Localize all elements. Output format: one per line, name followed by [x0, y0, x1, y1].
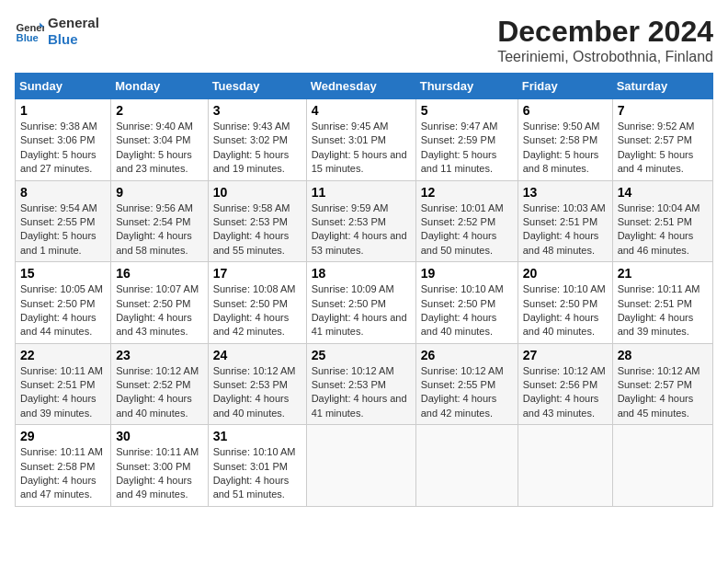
- day-number: 6: [523, 103, 608, 118]
- day-number: 20: [523, 266, 608, 281]
- day-info: Sunrise: 10:12 AMSunset: 2:52 PMDaylight…: [116, 365, 199, 419]
- calendar-week-row: 1 Sunrise: 9:38 AMSunset: 3:06 PMDayligh…: [16, 99, 713, 181]
- day-number: 29: [20, 429, 106, 443]
- day-number: 8: [20, 185, 106, 200]
- day-info: Sunrise: 9:54 AMSunset: 2:55 PMDaylight:…: [20, 202, 97, 256]
- logo: General Blue General Blue: [15, 15, 99, 48]
- title-block: December 2024 Teeriniemi, Ostrobothnia, …: [497, 15, 713, 65]
- calendar-cell: 16 Sunrise: 10:07 AMSunset: 2:50 PMDayli…: [111, 262, 208, 344]
- day-number: 15: [20, 266, 106, 281]
- svg-text:Blue: Blue: [17, 32, 39, 43]
- weekday-header: Wednesday: [306, 74, 415, 99]
- calendar-cell: [518, 425, 612, 507]
- day-number: 12: [421, 185, 513, 200]
- calendar-cell: 27 Sunrise: 10:12 AMSunset: 2:56 PMDayli…: [518, 343, 612, 425]
- day-info: Sunrise: 9:59 AMSunset: 2:53 PMDaylight:…: [312, 202, 407, 256]
- day-info: Sunrise: 10:05 AMSunset: 2:50 PMDaylight…: [20, 283, 103, 337]
- calendar-cell: 23 Sunrise: 10:12 AMSunset: 2:52 PMDayli…: [111, 343, 208, 425]
- day-info: Sunrise: 10:12 AMSunset: 2:57 PMDaylight…: [618, 365, 700, 419]
- day-info: Sunrise: 9:52 AMSunset: 2:57 PMDaylight:…: [618, 121, 695, 174]
- calendar-week-row: 29 Sunrise: 10:11 AMSunset: 2:58 PMDayli…: [16, 425, 713, 507]
- logo-icon: General Blue: [15, 17, 44, 46]
- day-info: Sunrise: 10:12 AMSunset: 2:53 PMDaylight…: [213, 365, 296, 419]
- logo-blue: Blue: [48, 31, 99, 48]
- day-info: Sunrise: 10:12 AMSunset: 2:56 PMDaylight…: [523, 365, 606, 419]
- day-info: Sunrise: 10:09 AMSunset: 2:50 PMDaylight…: [312, 283, 407, 337]
- calendar-cell: 22 Sunrise: 10:11 AMSunset: 2:51 PMDayli…: [16, 343, 111, 425]
- weekday-header: Sunday: [16, 74, 111, 99]
- day-number: 7: [618, 103, 708, 118]
- day-info: Sunrise: 9:50 AMSunset: 2:58 PMDaylight:…: [523, 121, 600, 174]
- calendar-cell: 11 Sunrise: 9:59 AMSunset: 2:53 PMDaylig…: [306, 180, 415, 262]
- weekday-header: Thursday: [415, 74, 518, 99]
- day-number: 1: [20, 103, 106, 118]
- calendar-cell: 5 Sunrise: 9:47 AMSunset: 2:59 PMDayligh…: [415, 99, 518, 181]
- day-info: Sunrise: 9:38 AMSunset: 3:06 PMDaylight:…: [20, 121, 97, 174]
- calendar-week-row: 22 Sunrise: 10:11 AMSunset: 2:51 PMDayli…: [16, 343, 713, 425]
- day-info: Sunrise: 9:58 AMSunset: 2:53 PMDaylight:…: [213, 202, 290, 256]
- day-number: 22: [20, 348, 106, 362]
- calendar-cell: 7 Sunrise: 9:52 AMSunset: 2:57 PMDayligh…: [612, 99, 712, 181]
- calendar-cell: 20 Sunrise: 10:10 AMSunset: 2:50 PMDayli…: [518, 262, 612, 344]
- day-info: Sunrise: 10:11 AMSunset: 3:00 PMDaylight…: [116, 446, 199, 500]
- calendar-cell: 30 Sunrise: 10:11 AMSunset: 3:00 PMDayli…: [111, 425, 208, 507]
- day-number: 10: [213, 185, 301, 200]
- weekday-header: Tuesday: [208, 74, 306, 99]
- day-number: 17: [213, 266, 301, 281]
- day-info: Sunrise: 10:10 AMSunset: 2:50 PMDaylight…: [523, 283, 606, 337]
- weekday-header: Friday: [518, 74, 612, 99]
- calendar-cell: 8 Sunrise: 9:54 AMSunset: 2:55 PMDayligh…: [16, 180, 111, 262]
- day-info: Sunrise: 9:40 AMSunset: 3:04 PMDaylight:…: [116, 121, 193, 174]
- calendar-cell: 10 Sunrise: 9:58 AMSunset: 2:53 PMDaylig…: [208, 180, 306, 262]
- day-number: 28: [618, 348, 708, 362]
- weekday-header: Saturday: [612, 74, 712, 99]
- day-number: 19: [421, 266, 513, 281]
- calendar-cell: [415, 425, 518, 507]
- day-number: 18: [312, 266, 411, 281]
- calendar-cell: 21 Sunrise: 10:11 AMSunset: 2:51 PMDayli…: [612, 262, 712, 344]
- calendar-cell: 6 Sunrise: 9:50 AMSunset: 2:58 PMDayligh…: [518, 99, 612, 181]
- day-info: Sunrise: 9:45 AMSunset: 3:01 PMDaylight:…: [312, 121, 407, 174]
- calendar-cell: 28 Sunrise: 10:12 AMSunset: 2:57 PMDayli…: [612, 343, 712, 425]
- day-info: Sunrise: 10:03 AMSunset: 2:51 PMDaylight…: [523, 202, 606, 256]
- calendar-cell: 19 Sunrise: 10:10 AMSunset: 2:50 PMDayli…: [415, 262, 518, 344]
- day-number: 5: [421, 103, 513, 118]
- day-number: 9: [116, 185, 202, 200]
- day-info: Sunrise: 9:47 AMSunset: 2:59 PMDaylight:…: [421, 121, 498, 174]
- calendar-cell: 24 Sunrise: 10:12 AMSunset: 2:53 PMDayli…: [208, 343, 306, 425]
- calendar-cell: 3 Sunrise: 9:43 AMSunset: 3:02 PMDayligh…: [208, 99, 306, 181]
- day-info: Sunrise: 10:12 AMSunset: 2:53 PMDaylight…: [312, 365, 407, 419]
- day-number: 21: [618, 266, 708, 281]
- day-info: Sunrise: 10:10 AMSunset: 2:50 PMDaylight…: [421, 283, 504, 337]
- calendar-cell: 1 Sunrise: 9:38 AMSunset: 3:06 PMDayligh…: [16, 99, 111, 181]
- weekday-header-row: SundayMondayTuesdayWednesdayThursdayFrid…: [16, 74, 713, 99]
- day-number: 4: [312, 103, 411, 118]
- day-number: 14: [618, 185, 708, 200]
- day-number: 31: [213, 429, 301, 443]
- day-number: 30: [116, 429, 202, 443]
- calendar-cell: 13 Sunrise: 10:03 AMSunset: 2:51 PMDayli…: [518, 180, 612, 262]
- day-number: 23: [116, 348, 202, 362]
- day-number: 11: [312, 185, 411, 200]
- day-number: 16: [116, 266, 202, 281]
- weekday-header: Monday: [111, 74, 208, 99]
- calendar-cell: 14 Sunrise: 10:04 AMSunset: 2:51 PMDayli…: [612, 180, 712, 262]
- calendar-cell: 25 Sunrise: 10:12 AMSunset: 2:53 PMDayli…: [306, 343, 415, 425]
- day-info: Sunrise: 10:01 AMSunset: 2:52 PMDaylight…: [421, 202, 504, 256]
- day-number: 13: [523, 185, 608, 200]
- calendar-cell: 29 Sunrise: 10:11 AMSunset: 2:58 PMDayli…: [16, 425, 111, 507]
- day-number: 27: [523, 348, 608, 362]
- calendar-cell: 2 Sunrise: 9:40 AMSunset: 3:04 PMDayligh…: [111, 99, 208, 181]
- day-info: Sunrise: 10:04 AMSunset: 2:51 PMDaylight…: [618, 202, 700, 256]
- day-info: Sunrise: 10:08 AMSunset: 2:50 PMDaylight…: [213, 283, 296, 337]
- day-number: 2: [116, 103, 202, 118]
- day-info: Sunrise: 10:12 AMSunset: 2:55 PMDaylight…: [421, 365, 504, 419]
- calendar-cell: 4 Sunrise: 9:45 AMSunset: 3:01 PMDayligh…: [306, 99, 415, 181]
- calendar-title: December 2024: [497, 15, 713, 49]
- calendar-table: SundayMondayTuesdayWednesdayThursdayFrid…: [15, 73, 713, 507]
- page-header: General Blue General Blue December 2024 …: [15, 15, 713, 65]
- calendar-cell: 18 Sunrise: 10:09 AMSunset: 2:50 PMDayli…: [306, 262, 415, 344]
- day-info: Sunrise: 9:56 AMSunset: 2:54 PMDaylight:…: [116, 202, 193, 256]
- calendar-cell: 26 Sunrise: 10:12 AMSunset: 2:55 PMDayli…: [415, 343, 518, 425]
- day-number: 3: [213, 103, 301, 118]
